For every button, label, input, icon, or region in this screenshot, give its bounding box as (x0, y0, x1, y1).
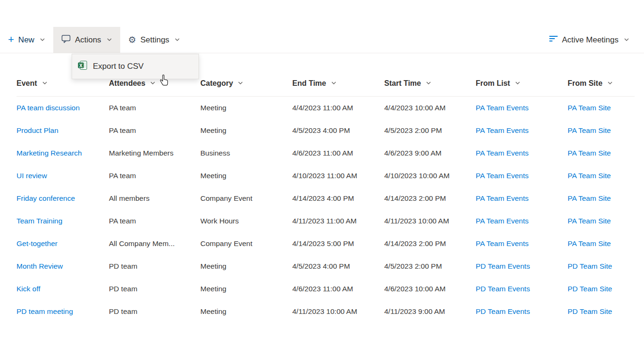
cell-end-time: 4/14/2023 4:00 PM (292, 187, 384, 210)
table-row[interactable]: Friday conferenceAll membersCompany Even… (17, 187, 635, 210)
menu-item-label: Export to CSV (93, 62, 144, 71)
column-header-label: Attendees (109, 79, 145, 88)
column-header-label: Event (17, 79, 37, 88)
cell-link-from-site[interactable]: PA Team Site (568, 232, 635, 255)
cell-link-event[interactable]: Month Review (17, 255, 109, 278)
cell-link-from-site[interactable]: PA Team Site (568, 210, 635, 232)
column-header-category[interactable]: Category (200, 71, 292, 96)
new-button[interactable]: + New (0, 27, 53, 53)
cell-attendees: PD team (109, 278, 200, 300)
cell-category: Company Event (200, 232, 292, 255)
cell-link-from-list[interactable]: PA Team Events (476, 119, 568, 142)
cell-link-from-list[interactable]: PD Team Events (476, 255, 568, 278)
cell-category: Meeting (200, 119, 292, 142)
column-header-label: Start Time (384, 79, 421, 88)
cell-end-time: 4/4/2023 11:00 AM (292, 97, 384, 119)
cell-end-time: 4/11/2023 11:00 AM (292, 210, 384, 232)
cell-attendees: PD team (109, 300, 200, 323)
cell-link-from-list[interactable]: PD Team Events (476, 278, 568, 300)
cell-link-event[interactable]: Kick off (17, 278, 109, 300)
column-header-from-site[interactable]: From Site (568, 71, 635, 96)
chevron-down-icon (607, 79, 613, 88)
table-row[interactable]: PA team discussionPA teamMeeting4/4/2023… (17, 97, 635, 119)
cell-link-event[interactable]: Get-together (17, 232, 109, 255)
cell-link-event[interactable]: Team Training (17, 210, 109, 232)
cell-link-from-site[interactable]: PA Team Site (568, 187, 635, 210)
svg-text:X: X (79, 63, 83, 68)
column-header-start-time[interactable]: Start Time (384, 71, 476, 96)
view-selector-button[interactable]: Active Meetings (541, 27, 637, 53)
command-bar-spacer (188, 27, 541, 53)
cell-attendees: PA team (109, 119, 200, 142)
cell-link-from-list[interactable]: PD Team Events (476, 300, 568, 323)
table-row[interactable]: Team TrainingPA teamWork Hours4/11/2023 … (17, 210, 635, 232)
cell-end-time: 4/6/2023 11:00 AM (292, 278, 384, 300)
chevron-down-icon (426, 79, 431, 88)
cell-end-time: 4/11/2023 10:00 AM (292, 300, 384, 323)
menu-item-export-to-csv[interactable]: X Export to CSV (72, 54, 198, 79)
settings-button[interactable]: ⚙ Settings (120, 27, 188, 53)
table-row[interactable]: UI reviewPA teamMeeting4/10/2023 11:00 A… (17, 165, 635, 187)
column-header-from-list[interactable]: From List (476, 71, 568, 96)
table-body: PA team discussionPA teamMeeting4/4/2023… (17, 97, 635, 323)
cell-link-event[interactable]: Marketing Research (17, 142, 109, 165)
cell-link-event[interactable]: Friday conference (17, 187, 109, 210)
cell-attendees: PD team (109, 255, 200, 278)
cell-link-from-site[interactable]: PA Team Site (568, 97, 635, 119)
meetings-table: EventAttendeesCategoryEnd TimeStart Time… (17, 71, 635, 323)
cell-link-event[interactable]: Product Plan (17, 119, 109, 142)
chevron-down-icon (515, 79, 520, 88)
table-row[interactable]: Marketing ResearchMarketing MembersBusin… (17, 142, 635, 165)
cell-link-event[interactable]: UI review (17, 165, 109, 187)
cell-end-time: 4/6/2023 11:00 AM (292, 142, 384, 165)
cell-link-from-list[interactable]: PA Team Events (476, 97, 568, 119)
cell-category: Meeting (200, 278, 292, 300)
cell-link-from-site[interactable]: PD Team Site (568, 278, 635, 300)
cell-link-from-site[interactable]: PA Team Site (568, 165, 635, 187)
cell-attendees: PA team (109, 165, 200, 187)
actions-dropdown-menu: X Export to CSV (72, 54, 199, 79)
column-header-label: Category (200, 79, 233, 88)
cell-attendees: All Company Mem... (109, 232, 200, 255)
table-row[interactable]: Product PlanPA teamMeeting4/5/2023 4:00 … (17, 119, 635, 142)
cell-link-from-list[interactable]: PA Team Events (476, 187, 568, 210)
chevron-down-icon (42, 79, 48, 88)
cell-attendees: PA team (109, 97, 200, 119)
cell-category: Meeting (200, 165, 292, 187)
cell-start-time: 4/4/2023 10:00 AM (384, 97, 476, 119)
cell-link-from-site[interactable]: PA Team Site (568, 119, 635, 142)
excel-icon: X (78, 60, 88, 73)
cell-link-from-list[interactable]: PA Team Events (476, 232, 568, 255)
page: + New Actions ⚙ Settings (0, 0, 644, 362)
cell-attendees: PA team (109, 210, 200, 232)
cell-link-from-site[interactable]: PD Team Site (568, 300, 635, 323)
cell-category: Business (200, 142, 292, 165)
cell-start-time: 4/5/2023 2:00 PM (384, 119, 476, 142)
cell-link-from-site[interactable]: PA Team Site (568, 142, 635, 165)
cell-attendees: Marketing Members (109, 142, 200, 165)
table-row[interactable]: Month ReviewPD teamMeeting4/5/2023 4:00 … (17, 255, 635, 278)
actions-button[interactable]: Actions (53, 27, 120, 53)
chevron-down-icon (150, 79, 156, 88)
cell-start-time: 4/11/2023 9:00 AM (384, 300, 476, 323)
chevron-down-icon (624, 35, 629, 45)
cell-link-from-list[interactable]: PA Team Events (476, 142, 568, 165)
cell-link-event[interactable]: PA team discussion (17, 97, 109, 119)
table-row[interactable]: Get-togetherAll Company Mem...Company Ev… (17, 232, 635, 255)
table-row[interactable]: Kick offPD teamMeeting4/6/2023 11:00 AM4… (17, 278, 635, 300)
cell-link-from-list[interactable]: PA Team Events (476, 210, 568, 232)
table-row[interactable]: PD team meetingPD teamMeeting4/11/2023 1… (17, 300, 635, 323)
cell-start-time: 4/10/2023 10:00 AM (384, 165, 476, 187)
new-button-label: New (18, 35, 34, 45)
gear-icon: ⚙ (128, 35, 136, 44)
cell-link-from-list[interactable]: PA Team Events (476, 165, 568, 187)
cell-attendees: All members (109, 187, 200, 210)
cell-category: Company Event (200, 187, 292, 210)
column-header-end-time[interactable]: End Time (292, 71, 384, 96)
filter-lines-icon (549, 35, 558, 45)
cell-link-from-site[interactable]: PD Team Site (568, 255, 635, 278)
cell-end-time: 4/5/2023 4:00 PM (292, 119, 384, 142)
chevron-down-icon (174, 35, 180, 45)
cell-link-event[interactable]: PD team meeting (17, 300, 109, 323)
cell-category: Meeting (200, 300, 292, 323)
